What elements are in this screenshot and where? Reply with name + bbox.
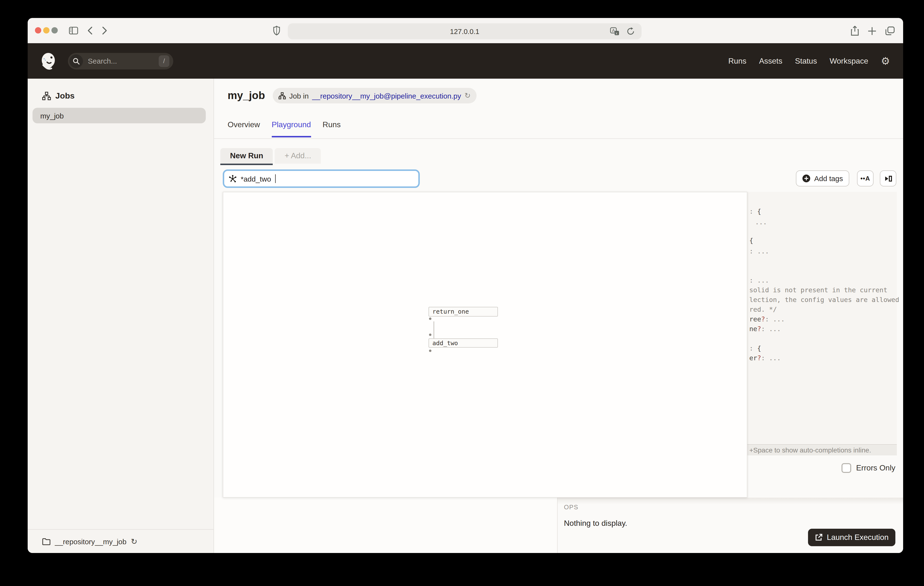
- errors-only-label: Errors Only: [856, 464, 895, 472]
- expand-panel-icon: [884, 174, 893, 183]
- autocomplete-button[interactable]: ••A: [857, 171, 873, 186]
- config-fragment: red. */: [749, 305, 777, 314]
- sidebar-item-label: my_job: [40, 111, 64, 120]
- add-tags-label: Add tags: [814, 174, 843, 182]
- tab-add-config[interactable]: + Add...: [275, 148, 321, 164]
- nav-assets[interactable]: Assets: [759, 56, 782, 65]
- config-fragment: ree?: ...: [749, 314, 785, 324]
- back-icon[interactable]: [87, 26, 93, 35]
- search-icon: [69, 54, 83, 68]
- search-shortcut-badge: /: [159, 55, 169, 67]
- job-context-pill: Job in __repository__my_job@pipeline_exe…: [273, 88, 476, 103]
- launch-icon: [815, 533, 823, 541]
- sidebar-toggle-icon[interactable]: [69, 27, 78, 35]
- page-title: my_job: [228, 89, 265, 102]
- output-dot: [429, 318, 431, 320]
- sidebar-item-my-job[interactable]: my_job: [33, 108, 206, 123]
- tabs-overview-icon[interactable]: [885, 26, 895, 35]
- repository-name: __repository__my_job: [55, 537, 126, 545]
- nav-workspace[interactable]: Workspace: [830, 56, 868, 65]
- desktop: 127.0.0.1 A x: [0, 0, 924, 586]
- run-config-tabs: New Run + Add...: [220, 148, 321, 165]
- input-dot: [429, 334, 431, 336]
- zoom-window-button[interactable]: [51, 27, 58, 33]
- gear-icon[interactable]: ⚙: [881, 56, 890, 66]
- url-bar[interactable]: 127.0.0.1 A x: [288, 23, 642, 39]
- folder-icon: [42, 538, 51, 545]
- config-fragment: er?: ...: [749, 353, 781, 363]
- job-context-link[interactable]: __repository__my_job@pipeline_execution.…: [312, 91, 461, 100]
- new-tab-icon[interactable]: [868, 27, 876, 35]
- tab-runs[interactable]: Runs: [322, 121, 341, 137]
- op-selector-value: *add_two: [241, 175, 271, 183]
- search-placeholder: Search...: [88, 57, 117, 65]
- jobs-icon: [42, 92, 51, 101]
- forward-icon[interactable]: [102, 26, 107, 35]
- dagster-logo[interactable]: [39, 51, 58, 70]
- reload-icon[interactable]: [627, 27, 635, 35]
- config-fragment: ...: [755, 217, 767, 227]
- tabs-divider: [214, 138, 903, 139]
- ops-title: OPS: [564, 503, 579, 511]
- browser-window: 127.0.0.1 A x: [28, 18, 903, 553]
- config-fragment: solid is not present in the current: [749, 285, 888, 295]
- output-dot: [429, 349, 431, 352]
- op-node-return-one[interactable]: return_one: [429, 307, 498, 316]
- launch-execution-label: Launch Execution: [827, 533, 889, 542]
- text-caret: [275, 174, 276, 183]
- autocomplete-icon: ••A: [860, 175, 870, 182]
- job-context-prefix: Job in: [289, 91, 309, 100]
- config-fragment: lection, the config values are allowed: [749, 295, 899, 305]
- tab-overview[interactable]: Overview: [228, 121, 260, 137]
- job-icon: [279, 92, 286, 99]
- op-graph-icon: [229, 175, 237, 183]
- tab-new-run[interactable]: New Run: [220, 148, 273, 165]
- minimize-window-button[interactable]: [43, 27, 50, 33]
- translate-icon[interactable]: A x: [610, 27, 619, 35]
- shield-icon[interactable]: [273, 26, 280, 35]
- graph-edge: [433, 321, 434, 338]
- op-selector-input[interactable]: *add_two: [223, 169, 420, 188]
- svg-text:x: x: [615, 31, 617, 35]
- errors-only-checkbox[interactable]: [842, 463, 851, 473]
- nav-runs[interactable]: Runs: [728, 56, 746, 65]
- config-fragment: : ...: [749, 246, 769, 256]
- sidebar: Jobs my_job __repository__my_job ↻: [28, 79, 214, 553]
- url-text: 127.0.0.1: [288, 23, 642, 39]
- job-reload-icon[interactable]: ↻: [464, 91, 470, 100]
- config-fragment: : ...: [749, 275, 769, 285]
- job-tabs: Overview Playground Runs: [228, 121, 341, 137]
- op-node-add-two[interactable]: add_two: [429, 338, 498, 348]
- repository-reload-icon[interactable]: ↻: [131, 537, 137, 546]
- sidebar-title: Jobs: [55, 91, 74, 101]
- title-row: my_job Job in __repository__my_job@pipel…: [228, 88, 476, 103]
- close-window-button[interactable]: [35, 27, 41, 33]
- search-input[interactable]: Search... /: [68, 53, 173, 69]
- svg-text:A: A: [612, 28, 615, 33]
- share-icon[interactable]: [851, 26, 859, 36]
- config-fragment: : {: [749, 343, 761, 353]
- errors-only-row: Errors Only: [842, 463, 895, 473]
- plus-circle-icon: [802, 174, 810, 182]
- app-header: Search... / Runs Assets Status Workspace…: [28, 43, 903, 79]
- config-fragment: ne?: ...: [749, 324, 781, 334]
- expand-panel-button[interactable]: [880, 171, 896, 186]
- editor-hint: +Space to show auto-completions inline.: [749, 446, 871, 454]
- config-fragment: : {: [749, 206, 761, 216]
- sidebar-footer: __repository__my_job ↻: [28, 529, 213, 553]
- browser-toolbar: 127.0.0.1 A x: [28, 18, 903, 43]
- nav-status[interactable]: Status: [795, 56, 817, 65]
- content: Jobs my_job __repository__my_job ↻ my_jo…: [28, 79, 903, 553]
- launch-execution-button[interactable]: Launch Execution: [808, 529, 895, 546]
- bottom-left-panel: [214, 498, 557, 553]
- tab-playground[interactable]: Playground: [272, 121, 311, 137]
- config-fragment: {: [749, 235, 753, 245]
- add-tags-button[interactable]: Add tags: [796, 171, 849, 186]
- main-panel: my_job Job in __repository__my_job@pipel…: [214, 79, 903, 553]
- ops-empty-message: Nothing to display.: [564, 519, 627, 528]
- op-graph-panel[interactable]: return_one add_two: [223, 192, 747, 498]
- sidebar-header: Jobs: [28, 79, 213, 101]
